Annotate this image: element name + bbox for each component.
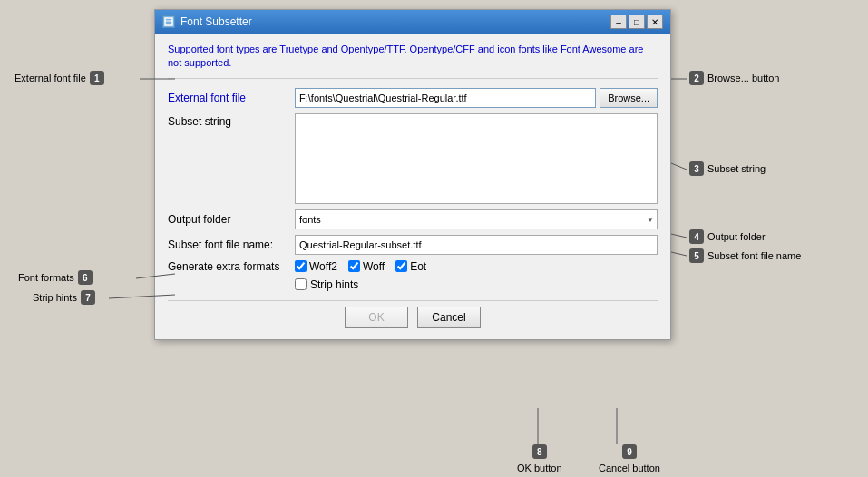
subset-string-row: Subset string [168,113,658,204]
svg-line-6 [671,252,687,256]
subset-filename-label: Subset font file name: [168,238,295,251]
callout-1: External font file 1 [15,71,104,85]
callout-label-8: OK button [517,462,562,473]
browse-button[interactable]: Browse... [600,88,658,108]
format-woff2-checkbox[interactable] [295,260,307,272]
callout-label-3: Subset string [707,163,766,174]
dialog-content: Supported font types are Truetype and Op… [155,34,670,339]
close-button[interactable]: ✕ [647,15,663,29]
format-woff-checkbox[interactable] [348,260,360,272]
external-font-label: External font file [168,92,295,104]
svg-rect-0 [165,18,172,25]
strip-hints-label: Strip hints [310,278,358,291]
format-eot-option: Eot [395,260,426,273]
callout-badge-4: 4 [689,229,704,244]
title-bar: Font Subsetter – □ ✕ [155,10,670,34]
callout-badge-1: 1 [90,71,104,85]
output-folder-row: Output folder fonts ▼ [168,209,658,229]
callout-badge-6: 6 [78,270,93,285]
formats-options: Woff2 Woff Eot [295,260,426,273]
cancel-button[interactable]: Cancel [417,307,481,328]
callout-4: 4 Output folder [689,229,766,244]
subset-string-label: Subset string [168,113,295,204]
callout-3: 3 Subset string [689,161,766,176]
output-folder-select[interactable]: fonts [295,209,658,229]
format-eot-checkbox[interactable] [395,260,407,272]
callout-label-9: Cancel button [599,462,660,473]
format-woff-label: Woff [363,260,385,273]
generate-formats-label: Generate extra formats [168,260,295,273]
minimize-button[interactable]: – [610,15,627,29]
callout-label-1: External font file [15,73,86,83]
callout-badge-8: 8 [532,444,547,459]
info-text: Supported font types are Truetype and Op… [168,43,658,79]
callout-badge-3: 3 [689,161,704,176]
title-bar-buttons: – □ ✕ [610,15,663,29]
callout-7: Strip hints 7 [33,290,95,305]
app-icon [162,15,175,28]
callout-badge-5: 5 [689,248,704,263]
callout-label-5: Subset font file name [707,250,801,261]
callout-2: 2 Browse... button [689,71,780,85]
callout-6: Font formats 6 [18,270,93,285]
external-font-row: External font file Browse... [168,88,658,108]
svg-line-4 [671,163,687,170]
callout-5: 5 Subset font file name [689,248,801,263]
subset-string-textarea[interactable] [295,113,658,204]
subset-filename-input[interactable] [295,235,658,255]
strip-hints-checkbox[interactable] [295,278,307,290]
callout-badge-7: 7 [81,290,95,305]
callout-label-4: Output folder [707,231,766,242]
format-eot-label: Eot [410,260,426,273]
strip-hints-row: Strip hints [168,278,658,291]
callout-badge-2: 2 [689,71,704,85]
dialog: Font Subsetter – □ ✕ Supported font type… [154,9,671,340]
dialog-title: Font Subsetter [180,15,252,28]
callout-label-7: Strip hints [33,292,77,303]
format-woff2-label: Woff2 [309,260,337,273]
screen-wrapper: Font Subsetter – □ ✕ Supported font type… [0,0,868,477]
output-folder-label: Output folder [168,213,295,226]
callout-badge-9: 9 [622,444,637,459]
title-bar-left: Font Subsetter [162,15,252,28]
ok-button[interactable]: OK [345,307,408,328]
format-woff-option: Woff [348,260,385,273]
format-woff2-option: Woff2 [295,260,337,273]
output-folder-select-wrapper: fonts ▼ [295,209,658,229]
dialog-buttons: OK Cancel [168,300,658,328]
generate-formats-row: Generate extra formats Woff2 Woff Eot [168,260,658,273]
external-font-input[interactable] [295,88,596,108]
callout-label-6: Font formats [18,272,74,283]
callout-label-2: Browse... button [707,73,780,83]
svg-line-5 [671,234,687,238]
strip-hints-option: Strip hints [295,278,358,291]
subset-filename-row: Subset font file name: [168,235,658,255]
maximize-button[interactable]: □ [629,15,645,29]
callout-9: 9 Cancel button [599,444,660,473]
callout-8: 8 OK button [517,444,562,473]
